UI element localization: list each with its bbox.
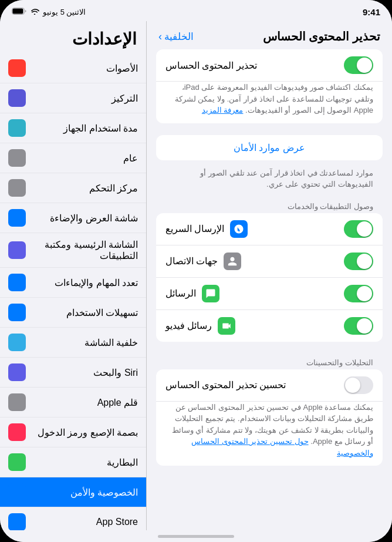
sidebar-label-screentime: مدة استخدام الجهاز (32, 123, 138, 134)
back-button[interactable]: الخلفية › (158, 31, 194, 43)
sidebar-item-siri[interactable]: Siri والبحث (0, 358, 146, 388)
status-date: الاثنين 5 يونيو (43, 8, 86, 16)
analytics-section-header: التحليلات والتحسينات (147, 354, 392, 369)
sidebar-items: الأصواتالتركيزمدة استخدام الجهازعاممركز … (0, 53, 146, 530)
sidebar-item-battery[interactable]: البطارية (0, 447, 146, 477)
contacts-label: جهات الاتصال (165, 255, 218, 267)
sidebar-label-sounds: الأصوات (32, 63, 138, 74)
wallpaper-icon (8, 334, 26, 351)
sidebar-label-battery: البطارية (32, 457, 138, 468)
access-section-header: وصول التطبيقات والخدمات (147, 197, 392, 213)
sidebar-label-focus: التركيز (32, 93, 138, 104)
svg-rect-1 (13, 8, 23, 14)
home-indicator (0, 530, 392, 542)
controlcenter-icon (8, 179, 26, 197)
safety-resources-button[interactable]: عرض موارد الأمان (156, 135, 383, 160)
main-toggle-label-group: تحذير المحتوى الحساس (165, 60, 257, 71)
chevron-right-icon: › (158, 31, 162, 43)
sidebar-item-faceid[interactable]: بصمة الإصبع ورمز الدخول (0, 418, 146, 447)
contacts-icon (224, 253, 241, 270)
appstore-icon (8, 513, 26, 530)
contacts-row: جهات الاتصال (156, 245, 383, 278)
sidebar-label-accessibility: تسهيلات الاستخدام (32, 307, 138, 318)
main-layout: تحذير المحتوى الحساس الخلفية › تحذير الم… (0, 21, 392, 530)
sidebar-item-applepencil[interactable]: قلم Apple (0, 388, 146, 418)
main-toggle-label: تحذير المحتوى الحساس (165, 60, 257, 71)
messages-icon (202, 285, 219, 302)
wifi-icon (30, 8, 39, 16)
status-bar: 9:41 الاثنين 5 يونيو (0, 0, 392, 21)
sidebar-item-general[interactable]: عام (0, 143, 146, 173)
general-icon (8, 149, 26, 167)
analytics-label-group: تحسين تحذير المحتوى الحساس (165, 379, 286, 390)
main-toggle-card: تحذير المحتوى الحساس يمكنك اكتشاف صور وف… (156, 49, 383, 123)
sounds-icon (8, 59, 26, 77)
sidebar-item-controlcenter[interactable]: مركز التحكم (0, 173, 146, 203)
facetime-icon (218, 317, 235, 335)
sidebar-item-screentime[interactable]: مدة استخدام الجهاز (0, 113, 146, 143)
airdrop-icon (230, 220, 248, 238)
learn-more-link[interactable]: معرفة المزيد (202, 106, 244, 115)
sidebar: الإعدادات الأصواتالتركيزمدة استخدام الجه… (0, 21, 147, 530)
main-toggle[interactable] (344, 56, 373, 74)
facetime-label: رسائل فيديو (165, 320, 212, 331)
safety-desc: موارد لمساعدتك في اتخاذ قرار آمن عند تلق… (147, 165, 392, 197)
messages-toggle[interactable] (344, 285, 373, 302)
analytics-card: تحسين تحذير المحتوى الحساس يمكنك مساعدة … (156, 369, 383, 466)
sidebar-item-accessibility[interactable]: تسهيلات الاستخدام (0, 298, 146, 328)
multitasking-icon (8, 274, 26, 291)
sidebar-item-display[interactable]: شاشة العرض والإضاءة (0, 203, 146, 233)
display-icon (8, 209, 26, 227)
sidebar-item-sounds[interactable]: الأصوات (0, 53, 146, 83)
airdrop-label-group: الإرسال السريع (165, 220, 248, 238)
airdrop-row: الإرسال السريع (156, 213, 383, 245)
analytics-toggle[interactable] (344, 376, 373, 394)
homescreen-icon (8, 241, 26, 259)
siri-icon (8, 363, 26, 381)
sidebar-label-privacy: الخصوصية والأمن (32, 487, 138, 498)
messages-row: الرسائل (156, 278, 383, 310)
home-bar (158, 535, 234, 538)
detail-panel: تحذير المحتوى الحساس الخلفية › تحذير الم… (147, 21, 392, 530)
airdrop-toggle[interactable] (344, 220, 373, 238)
status-icons: الاثنين 5 يونيو (12, 8, 86, 16)
privacy-icon (8, 483, 26, 501)
airdrop-label: الإرسال السريع (165, 223, 224, 234)
detail-title: تحذير المحتوى الحساس (263, 29, 380, 43)
messages-label-group: الرسائل (165, 285, 219, 302)
sidebar-label-homescreen: الشاشة الرئيسية ومكتبة التطبيقات (32, 239, 138, 261)
facetime-row: رسائل فيديو (156, 310, 383, 342)
focus-icon (8, 89, 26, 107)
main-toggle-description: يمكنك اكتشاف صور وفيديوهات الفيديو المعر… (165, 82, 373, 116)
battery-icon (8, 453, 26, 471)
applepencil-icon (8, 393, 26, 411)
contacts-toggle[interactable] (344, 253, 373, 270)
back-label: الخلفية (164, 31, 194, 43)
analytics-desc-row: يمكنك مساعدة Apple في تحسين تحذير المحتو… (156, 402, 383, 466)
sidebar-label-applepencil: قلم Apple (32, 397, 138, 408)
sidebar-label-siri: Siri والبحث (32, 367, 138, 378)
analytics-label: تحسين تحذير المحتوى الحساس (165, 379, 286, 390)
sidebar-label-general: عام (32, 153, 138, 164)
screentime-icon (8, 119, 26, 137)
sidebar-item-focus[interactable]: التركيز (0, 83, 146, 113)
accessibility-icon (8, 304, 26, 321)
facetime-label-group: رسائل فيديو (165, 317, 235, 335)
screen: 9:41 الاثنين 5 يونيو (0, 0, 392, 542)
sidebar-item-homescreen[interactable]: الشاشة الرئيسية ومكتبة التطبيقات (0, 233, 146, 268)
sidebar-label-multitasking: تعدد المهام والإيماءات (32, 277, 138, 288)
sidebar-item-multitasking[interactable]: تعدد المهام والإيماءات (0, 268, 146, 298)
sidebar-label-controlcenter: مركز التحكم (32, 183, 138, 194)
sidebar-item-privacy[interactable]: الخصوصية والأمن (0, 477, 146, 507)
sidebar-item-appstore[interactable]: App Store (0, 507, 146, 530)
analytics-toggle-row: تحسين تحذير المحتوى الحساس (156, 369, 383, 402)
status-time: 9:41 (363, 7, 380, 17)
facetime-toggle[interactable] (344, 317, 373, 335)
main-toggle-row: تحذير المحتوى الحساس (156, 49, 383, 82)
sidebar-item-wallpaper[interactable]: خلفية الشاشة (0, 328, 146, 358)
sidebar-label-faceid: بصمة الإصبع ورمز الدخول (32, 427, 138, 438)
battery-icon (12, 8, 26, 16)
analytics-description: يمكنك مساعدة Apple في تحسين تحذير المحتو… (165, 402, 373, 459)
faceid-icon (8, 423, 26, 441)
access-card: الإرسال السريع جهات الاتصال (156, 213, 383, 342)
